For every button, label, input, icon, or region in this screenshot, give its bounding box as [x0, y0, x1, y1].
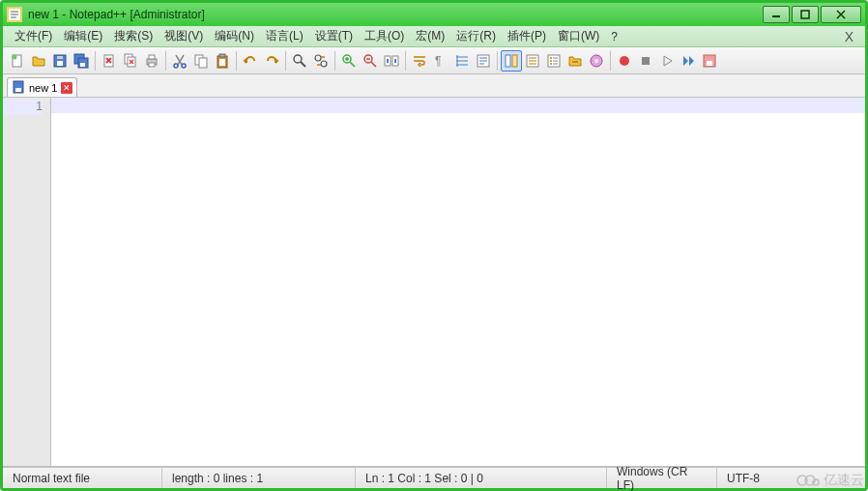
- file-icon: [12, 80, 25, 96]
- status-eol[interactable]: Windows (CR LF): [607, 468, 717, 488]
- undo-icon[interactable]: [240, 50, 261, 72]
- menu-language[interactable]: 语言(L): [260, 26, 309, 46]
- toolbar-sep: [610, 51, 611, 71]
- app-window: new 1 - Notepad++ [Administrator] 文件(F) …: [0, 0, 868, 491]
- save-all-icon[interactable]: [71, 50, 92, 72]
- svg-rect-48: [15, 88, 21, 92]
- svg-rect-44: [642, 57, 650, 65]
- paste-icon[interactable]: [212, 50, 233, 72]
- menu-settings[interactable]: 设置(T): [309, 26, 359, 46]
- toolbar-sep: [405, 51, 406, 71]
- svg-rect-23: [219, 59, 225, 66]
- svg-rect-46: [707, 61, 712, 66]
- monitoring-icon[interactable]: [586, 50, 607, 72]
- maximize-button[interactable]: [792, 6, 819, 23]
- minimize-button[interactable]: [763, 6, 790, 23]
- svg-point-40: [550, 63, 552, 65]
- svg-rect-11: [80, 63, 85, 67]
- user-lang-icon[interactable]: [473, 50, 494, 72]
- titlebar[interactable]: new 1 - Notepad++ [Administrator]: [3, 3, 865, 26]
- svg-point-38: [550, 57, 552, 59]
- doc-list-icon[interactable]: [522, 50, 543, 72]
- menu-view[interactable]: 视图(V): [159, 26, 209, 46]
- statusbar: Normal text file length : 0 lines : 1 Ln…: [3, 467, 865, 488]
- menubar: 文件(F) 编辑(E) 搜索(S) 视图(V) 编码(N) 语言(L) 设置(T…: [3, 26, 865, 47]
- svg-rect-3: [801, 11, 809, 18]
- tab-label: new 1: [29, 82, 57, 94]
- svg-point-39: [550, 60, 552, 62]
- zoom-in-icon[interactable]: [338, 50, 360, 72]
- svg-point-19: [182, 64, 186, 68]
- window-controls: [763, 6, 861, 23]
- svg-rect-17: [149, 63, 155, 67]
- save-icon[interactable]: [49, 50, 71, 72]
- app-icon: [7, 7, 22, 22]
- print-icon[interactable]: [141, 50, 162, 72]
- editor-area: 1: [3, 98, 865, 467]
- svg-point-5: [13, 54, 17, 59]
- menu-encoding[interactable]: 编码(N): [209, 26, 260, 46]
- zoom-out-icon[interactable]: [360, 50, 381, 72]
- svg-rect-8: [57, 56, 63, 59]
- wordwrap-icon[interactable]: [409, 50, 430, 72]
- toolbar-sep: [236, 51, 237, 71]
- function-list-icon[interactable]: [543, 50, 564, 72]
- toolbar-sep: [95, 51, 96, 71]
- svg-point-18: [174, 64, 178, 68]
- svg-rect-7: [57, 61, 63, 66]
- svg-point-43: [620, 56, 629, 66]
- redo-icon[interactable]: [261, 50, 282, 72]
- indent-guide-icon[interactable]: [451, 50, 473, 72]
- menu-help[interactable]: ?: [605, 28, 623, 45]
- line-number: 1: [3, 100, 43, 115]
- menu-macro[interactable]: 宏(M): [410, 26, 450, 46]
- folder-workspace-icon[interactable]: [564, 50, 586, 72]
- copy-icon[interactable]: [190, 50, 212, 72]
- toolbar-sep: [497, 51, 498, 71]
- play-multiple-icon[interactable]: [678, 50, 699, 72]
- sync-scroll-icon[interactable]: [381, 50, 402, 72]
- menu-run[interactable]: 运行(R): [450, 26, 502, 46]
- open-file-icon[interactable]: [28, 50, 49, 72]
- tab-close-icon[interactable]: ✕: [61, 82, 72, 94]
- close-all-icon[interactable]: [120, 50, 141, 72]
- tabbar: new 1 ✕: [3, 74, 865, 98]
- menu-file[interactable]: 文件(F): [9, 26, 58, 46]
- svg-point-27: [321, 61, 327, 67]
- menu-search[interactable]: 搜索(S): [108, 26, 159, 46]
- close-button[interactable]: [821, 6, 861, 23]
- new-file-icon[interactable]: [7, 50, 28, 72]
- find-icon[interactable]: [289, 50, 310, 72]
- record-macro-icon[interactable]: [614, 50, 635, 72]
- menu-plugins[interactable]: 插件(P): [502, 26, 552, 46]
- doc-map-icon[interactable]: [501, 50, 522, 72]
- toolbar-sep: [285, 51, 286, 71]
- window-title: new 1 - Notepad++ [Administrator]: [28, 8, 763, 21]
- svg-rect-34: [506, 55, 510, 67]
- toolbar-sep: [334, 51, 335, 71]
- replace-icon[interactable]: [310, 50, 332, 72]
- close-file-icon[interactable]: [99, 50, 120, 72]
- play-macro-icon[interactable]: [656, 50, 678, 72]
- menu-window[interactable]: 窗口(W): [552, 26, 605, 46]
- svg-rect-35: [512, 55, 517, 67]
- status-encoding[interactable]: UTF-8: [717, 468, 773, 488]
- tab-new-1[interactable]: new 1 ✕: [7, 77, 77, 97]
- status-position: Ln : 1 Col : 1 Sel : 0 | 0: [356, 468, 607, 488]
- stop-macro-icon[interactable]: [635, 50, 656, 72]
- status-filetype: Normal text file: [3, 468, 162, 488]
- menu-close-x[interactable]: X: [839, 29, 859, 44]
- svg-point-26: [315, 55, 321, 61]
- svg-rect-21: [199, 58, 207, 68]
- svg-point-25: [294, 55, 302, 63]
- svg-rect-16: [149, 55, 155, 59]
- toolbar-sep: [165, 51, 166, 71]
- text-editor[interactable]: [51, 98, 865, 466]
- show-all-chars-icon[interactable]: ¶: [430, 50, 451, 72]
- toolbar: ¶: [3, 47, 865, 74]
- menu-edit[interactable]: 编辑(E): [58, 26, 108, 46]
- save-macro-icon[interactable]: [699, 50, 720, 72]
- line-number-gutter: 1: [3, 98, 51, 466]
- cut-icon[interactable]: [169, 50, 190, 72]
- menu-tools[interactable]: 工具(O): [359, 26, 410, 46]
